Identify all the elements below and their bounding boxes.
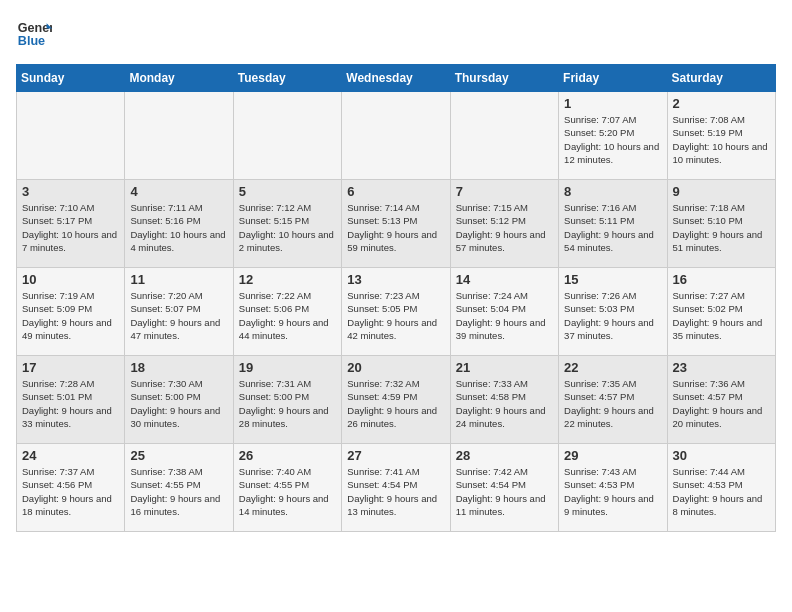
- day-info: Sunrise: 7:22 AM Sunset: 5:06 PM Dayligh…: [239, 289, 336, 342]
- day-number: 28: [456, 448, 553, 463]
- calendar-cell: 26Sunrise: 7:40 AM Sunset: 4:55 PM Dayli…: [233, 444, 341, 532]
- calendar-cell: 2Sunrise: 7:08 AM Sunset: 5:19 PM Daylig…: [667, 92, 775, 180]
- calendar-cell: 28Sunrise: 7:42 AM Sunset: 4:54 PM Dayli…: [450, 444, 558, 532]
- calendar-cell: 22Sunrise: 7:35 AM Sunset: 4:57 PM Dayli…: [559, 356, 667, 444]
- page-header: General Blue: [16, 16, 776, 52]
- day-number: 4: [130, 184, 227, 199]
- day-number: 8: [564, 184, 661, 199]
- calendar-cell: 1Sunrise: 7:07 AM Sunset: 5:20 PM Daylig…: [559, 92, 667, 180]
- week-row-5: 24Sunrise: 7:37 AM Sunset: 4:56 PM Dayli…: [17, 444, 776, 532]
- day-number: 25: [130, 448, 227, 463]
- calendar-cell: 20Sunrise: 7:32 AM Sunset: 4:59 PM Dayli…: [342, 356, 450, 444]
- day-number: 12: [239, 272, 336, 287]
- week-row-3: 10Sunrise: 7:19 AM Sunset: 5:09 PM Dayli…: [17, 268, 776, 356]
- day-number: 1: [564, 96, 661, 111]
- day-info: Sunrise: 7:35 AM Sunset: 4:57 PM Dayligh…: [564, 377, 661, 430]
- day-header-saturday: Saturday: [667, 65, 775, 92]
- day-header-thursday: Thursday: [450, 65, 558, 92]
- day-info: Sunrise: 7:38 AM Sunset: 4:55 PM Dayligh…: [130, 465, 227, 518]
- calendar-cell: 15Sunrise: 7:26 AM Sunset: 5:03 PM Dayli…: [559, 268, 667, 356]
- day-info: Sunrise: 7:18 AM Sunset: 5:10 PM Dayligh…: [673, 201, 770, 254]
- day-number: 2: [673, 96, 770, 111]
- day-info: Sunrise: 7:10 AM Sunset: 5:17 PM Dayligh…: [22, 201, 119, 254]
- logo-icon: General Blue: [16, 16, 52, 52]
- day-number: 3: [22, 184, 119, 199]
- day-info: Sunrise: 7:37 AM Sunset: 4:56 PM Dayligh…: [22, 465, 119, 518]
- day-info: Sunrise: 7:33 AM Sunset: 4:58 PM Dayligh…: [456, 377, 553, 430]
- day-number: 23: [673, 360, 770, 375]
- week-row-2: 3Sunrise: 7:10 AM Sunset: 5:17 PM Daylig…: [17, 180, 776, 268]
- day-info: Sunrise: 7:41 AM Sunset: 4:54 PM Dayligh…: [347, 465, 444, 518]
- day-number: 5: [239, 184, 336, 199]
- day-number: 11: [130, 272, 227, 287]
- calendar-cell: 11Sunrise: 7:20 AM Sunset: 5:07 PM Dayli…: [125, 268, 233, 356]
- calendar-cell: 19Sunrise: 7:31 AM Sunset: 5:00 PM Dayli…: [233, 356, 341, 444]
- day-info: Sunrise: 7:08 AM Sunset: 5:19 PM Dayligh…: [673, 113, 770, 166]
- day-number: 15: [564, 272, 661, 287]
- day-header-sunday: Sunday: [17, 65, 125, 92]
- calendar-cell: 8Sunrise: 7:16 AM Sunset: 5:11 PM Daylig…: [559, 180, 667, 268]
- day-info: Sunrise: 7:12 AM Sunset: 5:15 PM Dayligh…: [239, 201, 336, 254]
- calendar-cell: 21Sunrise: 7:33 AM Sunset: 4:58 PM Dayli…: [450, 356, 558, 444]
- day-number: 20: [347, 360, 444, 375]
- week-row-1: 1Sunrise: 7:07 AM Sunset: 5:20 PM Daylig…: [17, 92, 776, 180]
- calendar-cell: 10Sunrise: 7:19 AM Sunset: 5:09 PM Dayli…: [17, 268, 125, 356]
- calendar-cell: 14Sunrise: 7:24 AM Sunset: 5:04 PM Dayli…: [450, 268, 558, 356]
- day-info: Sunrise: 7:26 AM Sunset: 5:03 PM Dayligh…: [564, 289, 661, 342]
- day-number: 10: [22, 272, 119, 287]
- calendar-table: SundayMondayTuesdayWednesdayThursdayFrid…: [16, 64, 776, 532]
- day-info: Sunrise: 7:19 AM Sunset: 5:09 PM Dayligh…: [22, 289, 119, 342]
- calendar-cell: 25Sunrise: 7:38 AM Sunset: 4:55 PM Dayli…: [125, 444, 233, 532]
- day-info: Sunrise: 7:15 AM Sunset: 5:12 PM Dayligh…: [456, 201, 553, 254]
- day-number: 19: [239, 360, 336, 375]
- day-number: 16: [673, 272, 770, 287]
- calendar-cell: 27Sunrise: 7:41 AM Sunset: 4:54 PM Dayli…: [342, 444, 450, 532]
- day-info: Sunrise: 7:11 AM Sunset: 5:16 PM Dayligh…: [130, 201, 227, 254]
- day-number: 27: [347, 448, 444, 463]
- day-number: 22: [564, 360, 661, 375]
- calendar-cell: 7Sunrise: 7:15 AM Sunset: 5:12 PM Daylig…: [450, 180, 558, 268]
- day-info: Sunrise: 7:43 AM Sunset: 4:53 PM Dayligh…: [564, 465, 661, 518]
- day-info: Sunrise: 7:40 AM Sunset: 4:55 PM Dayligh…: [239, 465, 336, 518]
- day-info: Sunrise: 7:31 AM Sunset: 5:00 PM Dayligh…: [239, 377, 336, 430]
- calendar-cell: 4Sunrise: 7:11 AM Sunset: 5:16 PM Daylig…: [125, 180, 233, 268]
- day-header-friday: Friday: [559, 65, 667, 92]
- calendar-cell: [233, 92, 341, 180]
- logo: General Blue: [16, 16, 52, 52]
- day-header-wednesday: Wednesday: [342, 65, 450, 92]
- week-row-4: 17Sunrise: 7:28 AM Sunset: 5:01 PM Dayli…: [17, 356, 776, 444]
- day-info: Sunrise: 7:07 AM Sunset: 5:20 PM Dayligh…: [564, 113, 661, 166]
- calendar-cell: 24Sunrise: 7:37 AM Sunset: 4:56 PM Dayli…: [17, 444, 125, 532]
- calendar-cell: 18Sunrise: 7:30 AM Sunset: 5:00 PM Dayli…: [125, 356, 233, 444]
- day-info: Sunrise: 7:32 AM Sunset: 4:59 PM Dayligh…: [347, 377, 444, 430]
- calendar-cell: 6Sunrise: 7:14 AM Sunset: 5:13 PM Daylig…: [342, 180, 450, 268]
- day-header-monday: Monday: [125, 65, 233, 92]
- day-number: 17: [22, 360, 119, 375]
- day-info: Sunrise: 7:27 AM Sunset: 5:02 PM Dayligh…: [673, 289, 770, 342]
- day-info: Sunrise: 7:16 AM Sunset: 5:11 PM Dayligh…: [564, 201, 661, 254]
- calendar-cell: 13Sunrise: 7:23 AM Sunset: 5:05 PM Dayli…: [342, 268, 450, 356]
- day-info: Sunrise: 7:42 AM Sunset: 4:54 PM Dayligh…: [456, 465, 553, 518]
- day-info: Sunrise: 7:30 AM Sunset: 5:00 PM Dayligh…: [130, 377, 227, 430]
- calendar-cell: [342, 92, 450, 180]
- calendar-cell: 29Sunrise: 7:43 AM Sunset: 4:53 PM Dayli…: [559, 444, 667, 532]
- calendar-cell: 12Sunrise: 7:22 AM Sunset: 5:06 PM Dayli…: [233, 268, 341, 356]
- day-info: Sunrise: 7:44 AM Sunset: 4:53 PM Dayligh…: [673, 465, 770, 518]
- day-info: Sunrise: 7:23 AM Sunset: 5:05 PM Dayligh…: [347, 289, 444, 342]
- calendar-cell: [125, 92, 233, 180]
- day-number: 13: [347, 272, 444, 287]
- day-info: Sunrise: 7:20 AM Sunset: 5:07 PM Dayligh…: [130, 289, 227, 342]
- day-number: 18: [130, 360, 227, 375]
- day-header-tuesday: Tuesday: [233, 65, 341, 92]
- day-number: 6: [347, 184, 444, 199]
- day-info: Sunrise: 7:24 AM Sunset: 5:04 PM Dayligh…: [456, 289, 553, 342]
- calendar-cell: [17, 92, 125, 180]
- day-number: 26: [239, 448, 336, 463]
- day-number: 14: [456, 272, 553, 287]
- calendar-cell: 9Sunrise: 7:18 AM Sunset: 5:10 PM Daylig…: [667, 180, 775, 268]
- day-number: 9: [673, 184, 770, 199]
- calendar-cell: 23Sunrise: 7:36 AM Sunset: 4:57 PM Dayli…: [667, 356, 775, 444]
- day-number: 30: [673, 448, 770, 463]
- day-info: Sunrise: 7:14 AM Sunset: 5:13 PM Dayligh…: [347, 201, 444, 254]
- calendar-cell: 17Sunrise: 7:28 AM Sunset: 5:01 PM Dayli…: [17, 356, 125, 444]
